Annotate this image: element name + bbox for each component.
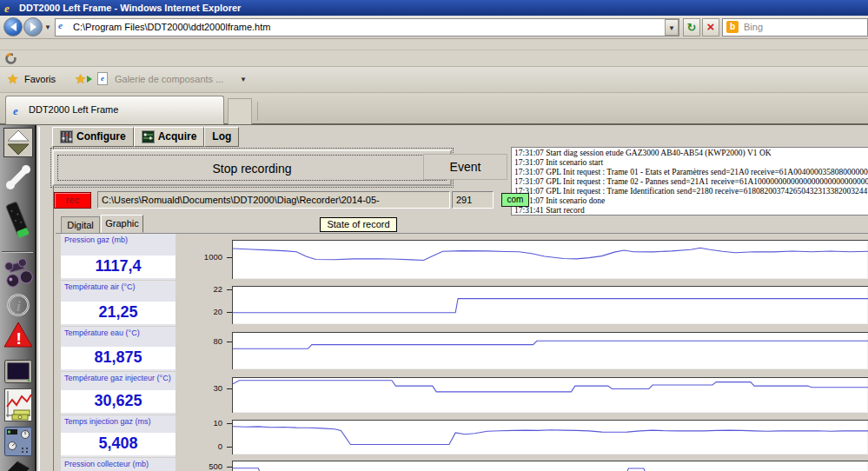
signal-label-panel: Température air (°C)21,25 [61, 281, 176, 326]
monitor-icon[interactable] [3, 359, 33, 385]
addon-toolbar [0, 50, 868, 67]
signal-name: Température air (°C) [61, 281, 176, 291]
favorites-button[interactable]: Favoris [24, 74, 56, 84]
stop-recording-button[interactable]: Stop recording [52, 149, 452, 186]
chart-row: Temps injection gaz (ms)5,408100 [56, 415, 868, 458]
chart-row: Température eau (°C)81,87580 [56, 327, 868, 372]
log-line: 17:31:07 GPL Init request : Trame 02 - P… [514, 177, 868, 187]
plot-area [232, 286, 868, 324]
tab-log-label: Log [212, 128, 231, 146]
signal-trace [233, 421, 868, 455]
log-area[interactable]: 17:31:07 Start diag session etude GAZ300… [511, 147, 868, 216]
plot-area [232, 377, 868, 413]
signal-trace [233, 333, 868, 370]
record-counter-field[interactable]: 291 [452, 191, 494, 209]
signal-value: 5,408 [61, 433, 176, 455]
galerie-page-icon: e [97, 72, 108, 85]
axis-gutter: 2220 [176, 281, 232, 327]
record-path-field[interactable]: C:\Users\Romuald\Documents\DDT2000\Diag\… [97, 191, 450, 209]
chart-row: Température gaz injecteur (°C)30,62530 [56, 372, 868, 415]
signal-label-panel: Température gaz injecteur (°C)30,625 [61, 372, 176, 415]
control-panel-icon[interactable] [3, 426, 33, 457]
bing-logo-icon: b [726, 21, 739, 33]
tab-acquire[interactable]: Acquire [134, 127, 205, 147]
page-favicon-icon: e [58, 20, 63, 30]
tab-configure-label: Configure [76, 128, 126, 146]
toolbar-spacer [0, 39, 868, 50]
axis-tick-label: 30 [213, 383, 222, 393]
favorites-star-icon: ★ [7, 71, 18, 87]
binoculars-icon[interactable] [3, 256, 33, 291]
log-line: 17:31:07 Init scenario start [514, 158, 868, 168]
chart-money-icon[interactable] [3, 388, 33, 422]
axis-gutter: 30 [176, 372, 232, 415]
forward-arrow-icon [30, 23, 36, 31]
log-line: 17:31:07 GPL Init request : Trame Identi… [514, 187, 868, 196]
tools-icon[interactable] [3, 460, 33, 471]
favorites-item-dropdown[interactable]: ▼ [240, 76, 247, 83]
signal-trace [233, 241, 868, 280]
app-tab-bar: Configure Acquire Log [52, 127, 239, 147]
new-tab-stub[interactable] [228, 98, 252, 124]
stop-button[interactable]: × [702, 18, 719, 36]
signal-name: Temps injection gaz (ms) [61, 415, 176, 426]
log-line: 17:31:07 Init scenario done [514, 196, 868, 206]
tab-log[interactable]: Log [204, 127, 239, 147]
signal-value: 81,875 [61, 347, 176, 369]
signal-label-panel: Temps injection gaz (ms)5,408 [61, 415, 176, 457]
log-line: 17:31:07 Start diag session etude GAZ300… [514, 149, 868, 158]
address-toolbar: ▼ C:\Program Files\DDT2000\ddt2000lframe… [0, 16, 868, 39]
browser-tab[interactable]: e DDT2000 Left Frame [5, 96, 224, 124]
signal-name: Pression gaz (mb) [61, 234, 176, 244]
axis-gutter: 100 [176, 415, 232, 458]
add-favorite-icon[interactable]: ★ [75, 71, 86, 87]
favorites-item-galerie[interactable]: Galerie de composants ... [115, 74, 223, 84]
refresh-button[interactable]: ↻ [683, 18, 700, 36]
loading-ring-icon[interactable] [4, 52, 17, 65]
address-input[interactable]: C:\Program Files\DDT2000\ddt2000lframe.h… [55, 18, 679, 36]
window-titlebar[interactable]: e DDT2000 Left Frame - Windows Internet … [0, 0, 868, 16]
tab-title: DDT2000 Left Frame [29, 104, 118, 115]
phone-icon[interactable] [3, 161, 33, 196]
axis-gutter: 500 [176, 458, 232, 471]
warning-icon[interactable]: ! [3, 321, 33, 349]
chevron-down-icon: ▼ [668, 24, 675, 32]
ie-window-icon: e [4, 1, 10, 17]
tab-acquire-label: Acquire [158, 128, 197, 146]
acquire-icon [142, 130, 155, 143]
chart-row: Pression collecteur (mb)500 [56, 458, 868, 471]
tab-configure[interactable]: Configure [52, 127, 134, 147]
signal-value: 21,25 [61, 302, 176, 324]
search-placeholder: Bing [744, 22, 763, 32]
signal-value: 30,625 [61, 390, 176, 413]
log-line: 17:31:07 GPL Init request : Trame 01 - E… [514, 168, 868, 177]
com-status-badge: com [501, 193, 529, 207]
recent-pages-dropdown[interactable]: ▼ [44, 23, 51, 31]
chart-rows: Pression gaz (mb)1117,41000Température a… [56, 234, 868, 471]
signal-trace [233, 378, 868, 414]
configure-icon [60, 130, 73, 143]
axis-gutter: 1000 [176, 234, 232, 281]
svg-text:i: i [17, 298, 21, 315]
nav-arrows-icon[interactable] [3, 128, 33, 157]
forward-button[interactable] [23, 17, 43, 36]
signal-label-panel: Température eau (°C)81,875 [61, 327, 176, 371]
usb-interface-icon[interactable] [3, 199, 33, 246]
view-tab-graphic[interactable]: Graphic [101, 215, 143, 233]
plot-area [232, 332, 868, 369]
address-dropdown-button[interactable]: ▼ [665, 19, 679, 36]
favorites-bar: ★ Favoris ★ e Galerie de composants ... … [0, 67, 868, 93]
info-icon[interactable]: i [3, 293, 33, 319]
plot-area [232, 420, 868, 454]
log-line: 17:31:41 Start record [514, 206, 868, 216]
signal-trace [233, 287, 868, 325]
tooltip-state-of-record: State of record [320, 217, 397, 232]
page-content: i ! [0, 124, 868, 471]
chart-section: Pression gaz (mb)1117,41000Température a… [56, 233, 868, 471]
tab-favicon-icon: e [13, 98, 18, 124]
back-button[interactable] [3, 17, 23, 36]
plot-area [232, 461, 868, 471]
event-button[interactable]: Event [423, 154, 507, 180]
view-tab-digital[interactable]: Digital [61, 216, 100, 233]
divider [2, 251, 33, 253]
